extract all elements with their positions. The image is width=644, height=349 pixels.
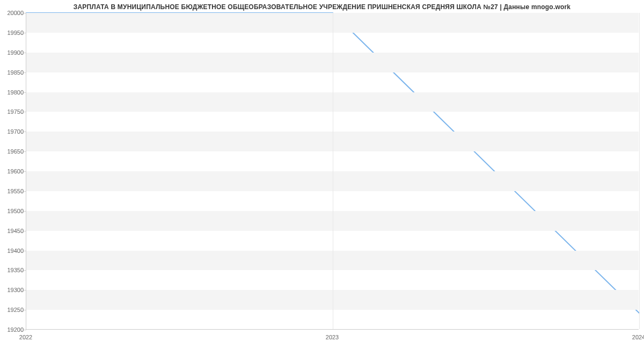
- y-axis-label: 19750: [7, 108, 24, 115]
- plot-area: [26, 13, 639, 330]
- y-axis-tick: [24, 33, 26, 33]
- y-axis-tick: [24, 53, 26, 53]
- y-axis-tick: [24, 132, 26, 132]
- grid-line-vertical: [333, 13, 333, 329]
- y-axis-label: 19650: [7, 148, 24, 155]
- y-axis-label: 19350: [7, 267, 24, 273]
- chart-container: ЗАРПЛАТА В МУНИЦИПАЛЬНОЕ БЮДЖЕТНОЕ ОБЩЕО…: [0, 0, 644, 349]
- y-axis-label: 19850: [7, 69, 24, 76]
- y-axis-tick: [24, 171, 26, 172]
- y-axis-tick: [24, 191, 26, 192]
- y-axis-tick: [24, 330, 26, 330]
- x-axis-label: 2024: [632, 334, 644, 340]
- y-axis-label: 19900: [7, 49, 24, 56]
- y-axis-tick: [24, 211, 26, 212]
- y-axis-label: 19800: [7, 89, 24, 96]
- y-axis-tick: [24, 231, 26, 231]
- y-axis-tick: [24, 13, 26, 13]
- y-axis-label: 19700: [7, 128, 24, 135]
- y-axis-label: 19450: [7, 228, 24, 234]
- y-axis-tick: [24, 92, 26, 93]
- y-axis-label: 19500: [7, 208, 24, 214]
- y-axis-label: 19250: [7, 307, 24, 313]
- y-axis-label: 19200: [7, 326, 24, 333]
- y-axis-tick: [24, 112, 26, 112]
- y-axis-label: 19950: [7, 30, 24, 36]
- y-axis-tick: [24, 151, 26, 152]
- y-axis-tick: [24, 310, 26, 310]
- grid-line-vertical: [639, 13, 640, 329]
- y-axis-label: 19400: [7, 248, 24, 254]
- y-axis-label: 19550: [7, 188, 24, 194]
- y-axis-tick: [24, 72, 26, 73]
- y-axis-tick: [24, 270, 26, 271]
- x-axis-label: 2023: [326, 334, 339, 340]
- y-axis-tick: [24, 290, 26, 290]
- x-axis-label: 2022: [19, 334, 32, 340]
- y-axis-label: 20000: [7, 10, 24, 16]
- y-axis-label: 19600: [7, 168, 24, 174]
- chart-title: ЗАРПЛАТА В МУНИЦИПАЛЬНОЕ БЮДЖЕТНОЕ ОБЩЕО…: [0, 3, 644, 11]
- y-axis-tick: [24, 251, 26, 251]
- y-axis-label: 19300: [7, 287, 24, 293]
